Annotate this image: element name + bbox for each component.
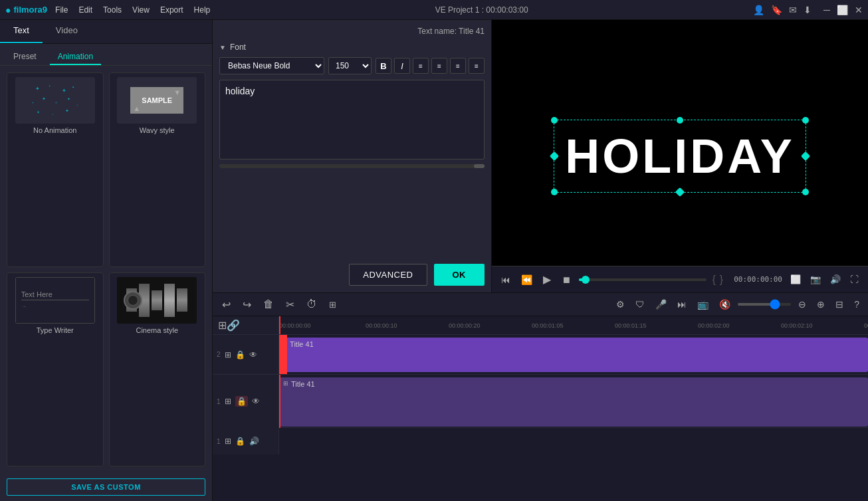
track2-lock-icon[interactable]: 🔒	[235, 350, 245, 359]
cut-button[interactable]: ✂	[282, 296, 298, 313]
track2-grid-icon[interactable]: ⊞	[225, 350, 231, 359]
mask-button[interactable]: 🛡	[632, 297, 648, 312]
text-input[interactable]	[219, 80, 485, 159]
handle-middle-right[interactable]	[801, 151, 810, 161]
save-as-custom-button[interactable]: SAVE AS CUSTOM	[7, 478, 205, 496]
ruler-mark-1: 00:00:00:10	[366, 322, 397, 329]
anim-item-no-animation[interactable]: ✦ + ✦ ✦ + ✦ + ✦ + ✦	[7, 72, 104, 267]
font-size-select[interactable]: 150	[328, 57, 372, 74]
zoom-minus-button[interactable]: ⊖	[795, 297, 810, 312]
window-controls: 👤 🔖 ✉ ⬇ ─ ⬜ ✕	[753, 5, 863, 15]
svg-text:+: +	[76, 103, 78, 106]
clip-video-icon: ⊞	[283, 380, 288, 387]
animation-grid: ✦ + ✦ ✦ + ✦ + ✦ + ✦	[0, 66, 212, 473]
link-button[interactable]: 🔗	[227, 319, 240, 332]
progress-dot	[582, 276, 590, 284]
redo-button[interactable]: ↪	[239, 296, 255, 313]
anim-item-cinema-style[interactable]: Cinema style	[109, 272, 206, 467]
menu-tools[interactable]: Tools	[103, 5, 122, 15]
track1-clip-title41[interactable]: ⊞ Title 41	[279, 377, 868, 427]
screenshot-icon-button[interactable]: 📷	[808, 273, 823, 286]
tab-text[interactable]: Text	[0, 20, 43, 43]
time-display: 00:00:00:00	[734, 275, 782, 284]
download-icon[interactable]: ⬇	[804, 5, 812, 15]
advanced-button[interactable]: ADVANCED	[349, 264, 427, 286]
pip-button[interactable]: 📺	[694, 297, 712, 312]
handle-bottom-right[interactable]	[802, 189, 809, 195]
audio-speaker-icon[interactable]: 🔊	[249, 437, 259, 446]
track-row-audio: 1 ⊞ 🔒 🔊	[213, 428, 868, 454]
track-content-2: T Title 41	[279, 335, 868, 374]
anim-label-wavy-style: Wavy style	[140, 126, 175, 134]
editor-scrollbar[interactable]	[219, 164, 485, 168]
anim-item-wavy-style[interactable]: SAMPLE ▼ ▲ Wavy style	[109, 72, 206, 267]
italic-button[interactable]: I	[394, 58, 410, 74]
align-left-button[interactable]: ≡	[413, 58, 429, 74]
progress-bar[interactable]	[579, 278, 706, 281]
font-chevron-icon: ▼	[219, 44, 226, 51]
history-button[interactable]: ⏱	[302, 296, 321, 312]
volume-slider[interactable]	[738, 303, 791, 306]
titlebar-left: ● filmora9 File Edit Tools View Export H…	[5, 5, 210, 15]
menu-edit[interactable]: Edit	[78, 5, 92, 15]
svg-text:+: +	[32, 100, 34, 104]
bookmark-icon[interactable]: 🔖	[771, 5, 782, 15]
playhead-line	[279, 316, 280, 334]
track2-clip-title41[interactable]: T Title 41	[279, 338, 868, 372]
jump-button[interactable]: ⏭	[674, 297, 690, 312]
align-center-button[interactable]: ≡	[431, 58, 447, 74]
delete-button[interactable]: 🗑	[259, 296, 278, 312]
handle-top-left[interactable]	[551, 117, 558, 124]
mute-button[interactable]: 🔇	[716, 297, 734, 312]
minimize-button[interactable]: ─	[823, 5, 830, 15]
align-justify-button[interactable]: ≡	[469, 58, 485, 74]
text-name-bar: Text name: Title 41	[219, 27, 485, 36]
track1-eye-icon[interactable]: 👁	[252, 397, 260, 406]
handle-bottom-left[interactable]	[551, 189, 558, 195]
mail-icon[interactable]: ✉	[789, 5, 797, 15]
menu-file[interactable]: File	[55, 5, 68, 15]
user-icon[interactable]: 👤	[753, 5, 764, 15]
app-logo: ● filmora9	[5, 5, 47, 15]
menu-view[interactable]: View	[132, 5, 150, 15]
menu-help[interactable]: Help	[194, 5, 211, 15]
voiceover-button[interactable]: 🎤	[652, 297, 670, 312]
audio-lock-icon[interactable]: 🔒	[235, 437, 245, 446]
step-back-button[interactable]: ⏪	[518, 273, 535, 286]
preview-bottom-icons: ⬜ 📷 🔊 ⛶	[788, 273, 861, 286]
font-family-select[interactable]: Bebas Neue Bold	[219, 57, 324, 74]
restore-button[interactable]: ⬜	[837, 5, 848, 15]
track1-grid-icon[interactable]: ⊞	[225, 397, 231, 406]
subtab-animation[interactable]: Animation	[50, 49, 101, 65]
track2-eye-icon[interactable]: 👁	[249, 350, 257, 359]
motion-track-button[interactable]: ⚙	[613, 297, 628, 312]
zoom-plus-button[interactable]: ⊕	[814, 297, 828, 312]
split-button[interactable]: ⊞	[325, 298, 340, 312]
svg-text:✦: ✦	[37, 110, 40, 114]
tab-video[interactable]: Video	[43, 20, 91, 43]
handle-bottom-middle[interactable]	[675, 187, 685, 197]
add-track-button[interactable]: ⊞	[218, 319, 227, 332]
handle-top-right[interactable]	[802, 117, 809, 124]
fullscreen-button[interactable]: ⛶	[847, 273, 861, 286]
anim-item-type-writer[interactable]: Text Here → Type Writer	[7, 272, 104, 467]
stop-button[interactable]: ⏹	[559, 273, 574, 286]
handle-top-middle[interactable]	[677, 117, 683, 124]
ok-button[interactable]: OK	[434, 264, 485, 286]
handle-middle-left[interactable]	[550, 151, 559, 161]
subtab-preset[interactable]: Preset	[5, 49, 45, 65]
caption-icon-button[interactable]: ⬜	[788, 273, 804, 286]
undo-button[interactable]: ↩	[218, 296, 235, 313]
volume-preview-button[interactable]: 🔊	[827, 273, 843, 286]
bold-button[interactable]: B	[376, 58, 391, 74]
close-button[interactable]: ✕	[855, 5, 863, 15]
audio-grid-icon[interactable]: ⊞	[225, 437, 231, 446]
track1-lock-icon[interactable]: 🔒	[235, 396, 248, 407]
toolbar: ↩ ↪ 🗑 ✂ ⏱ ⊞ ⚙ 🛡 🎤 ⏭ 📺 🔇 ⊖ ⊕ ⊟ ?	[213, 292, 868, 316]
help-button[interactable]: ?	[851, 297, 863, 312]
align-right-button[interactable]: ≡	[450, 58, 466, 74]
menu-export[interactable]: Export	[160, 5, 183, 15]
rewind-button[interactable]: ⏮	[498, 273, 513, 286]
split-screen-button[interactable]: ⊟	[832, 297, 847, 312]
play-button[interactable]: ▶	[540, 272, 554, 287]
